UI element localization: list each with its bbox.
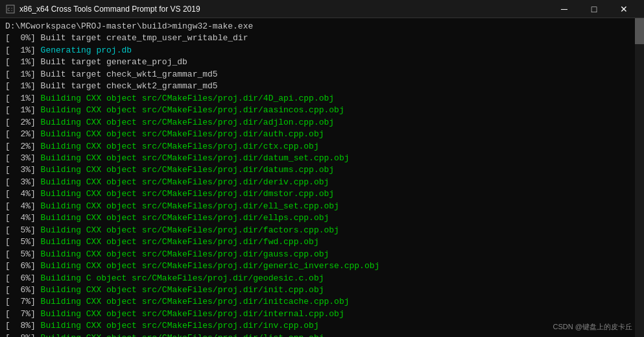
title-bar-icon: c: [5, 4, 16, 14]
terminal-line: [ 5%] Building CXX object src/CMakeFiles… [5, 225, 639, 236]
terminal-line: [ 4%] Building CXX object src/CMakeFiles… [5, 201, 639, 212]
terminal-line: [ 4%] Building CXX object src/CMakeFiles… [5, 188, 639, 200]
terminal-line: [ 1%] Generating proj.db [5, 45, 639, 56]
terminal-line: [ 1%] Built target generate_proj_db [5, 56, 639, 68]
scrollbar[interactable] [635, 18, 644, 337]
terminal-line: [ 2%] Building CXX object src/CMakeFiles… [5, 129, 639, 140]
maximize-button[interactable]: □ [579, 0, 609, 18]
minimize-button[interactable]: ─ [549, 0, 579, 18]
terminal-line: [ 6%] Building CXX object src/CMakeFiles… [5, 260, 639, 272]
terminal-line: [ 1%] Built target check_wkt2_grammar_md… [5, 81, 639, 92]
terminal-line: [ 1%] Built target check_wkt1_grammar_md… [5, 69, 639, 81]
terminal-line: [ 2%] Building CXX object src/CMakeFiles… [5, 141, 639, 153]
terminal-line: [ 6%] Building CXX object src/CMakeFiles… [5, 284, 639, 296]
terminal-line: [ 6%] Building C object src/CMakeFiles/p… [5, 273, 639, 284]
terminal-line: [ 5%] Building CXX object src/CMakeFiles… [5, 249, 639, 260]
close-button[interactable]: ✕ [609, 0, 639, 18]
terminal-body: D:\MCworkspace\PROJ-master\build>mingw32… [0, 18, 644, 337]
terminal-line: [ 5%] Building CXX object src/CMakeFiles… [5, 236, 639, 248]
title-bar: c: x86_x64 Cross Tools Command Prompt fo… [0, 0, 644, 18]
terminal-line: [ 0%] Built target create_tmp_user_writa… [5, 32, 639, 44]
terminal-line: [ 4%] Building CXX object src/CMakeFiles… [5, 212, 639, 224]
terminal-line: [ 1%] Building CXX object src/CMakeFiles… [5, 105, 639, 116]
terminal-line: [ 7%] Building CXX object src/CMakeFiles… [5, 308, 639, 320]
title-bar-text: x86_x64 Cross Tools Command Prompt for V… [19, 5, 549, 14]
terminal-line: [ 3%] Building CXX object src/CMakeFiles… [5, 153, 639, 164]
watermark: CSDN @键盘上的皮卡丘 [553, 322, 632, 332]
terminal-line: [ 1%] Building CXX object src/CMakeFiles… [5, 93, 639, 105]
title-bar-controls[interactable]: ─ □ ✕ [549, 0, 639, 18]
terminal-line: [ 8%] Building CXX object src/CMakeFiles… [5, 332, 639, 337]
svg-text:c:: c: [7, 6, 14, 12]
terminal-line: [ 7%] Building CXX object src/CMakeFiles… [5, 296, 639, 308]
terminal-line: [ 2%] Building CXX object src/CMakeFiles… [5, 117, 639, 129]
terminal-line: [ 3%] Building CXX object src/CMakeFiles… [5, 164, 639, 176]
terminal-line: [ 8%] Building CXX object src/CMakeFiles… [5, 320, 639, 332]
scrollbar-thumb[interactable] [635, 18, 644, 44]
terminal-prompt: D:\MCworkspace\PROJ-master\build>mingw32… [5, 21, 639, 32]
terminal-line: [ 3%] Building CXX object src/CMakeFiles… [5, 177, 639, 188]
terminal-output: [ 0%] Built target create_tmp_user_writa… [5, 32, 639, 337]
